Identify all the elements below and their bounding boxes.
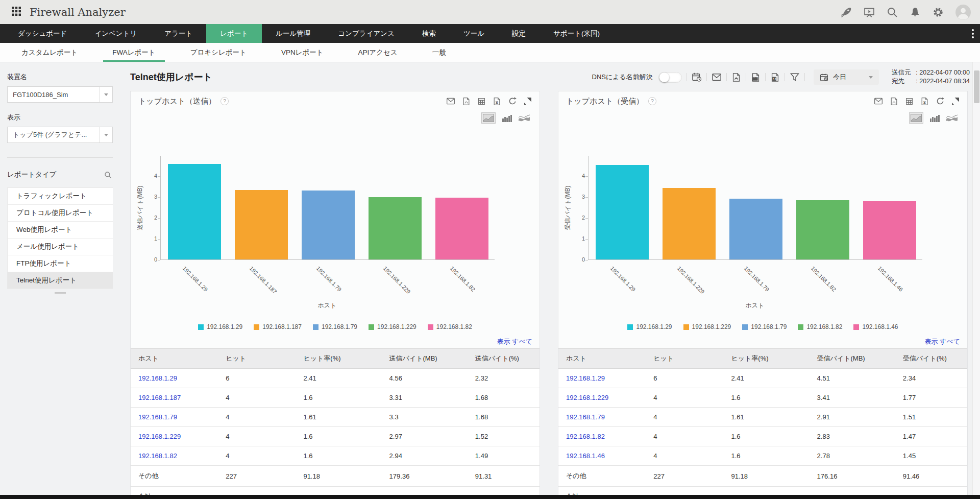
chart-legend: 192.168.1.29192.168.1.229192.168.1.79192… [558,323,967,330]
report-type-item-4[interactable]: FTP使用レポート [7,255,113,272]
to-value: 2022-04-07 08:34 [919,78,970,85]
host-link[interactable]: 192.168.1.187 [131,388,220,408]
user-avatar[interactable] [955,5,971,20]
subnav-item-0[interactable]: カスタムレポート [4,43,95,62]
bar-192.168.1.29[interactable] [596,165,649,259]
show-all-link[interactable]: 表示 すべて [924,337,960,346]
period-select[interactable]: 今日 [814,69,879,85]
export-excel-icon[interactable]: x [770,73,780,82]
panel-email-icon[interactable] [446,97,455,106]
bar-chart-type-icon[interactable] [502,114,512,122]
bar-192.168.1.79[interactable] [302,191,355,259]
host-link[interactable]: 192.168.1.82 [131,446,220,466]
nav-item-0[interactable]: ダッシュボード [4,24,81,43]
panel-pdf-icon[interactable] [462,97,471,106]
report-type-search-icon[interactable] [104,171,112,179]
panel-email-icon[interactable] [874,97,883,106]
nav-item-6[interactable]: 検索 [408,24,450,43]
help-icon[interactable]: ? [648,97,656,105]
host-link[interactable]: 192.168.1.82 [558,427,648,446]
presentation-icon[interactable] [864,7,875,18]
legend-item-192.168.1.79[interactable]: 192.168.1.79 [313,323,357,330]
apps-grid-icon[interactable] [11,6,21,18]
bar-192.168.1.82[interactable] [435,198,488,259]
help-icon[interactable]: ? [220,97,229,105]
nav-item-2[interactable]: アラート [151,24,206,43]
area-chart-type-icon[interactable] [481,112,496,124]
stream-chart-type-icon[interactable] [518,114,530,122]
host-link[interactable]: 192.168.1.229 [558,388,648,408]
bar-192.168.1.29[interactable] [168,164,221,259]
area-chart-type-icon[interactable] [909,112,923,124]
panel-csv-icon[interactable] [477,97,486,106]
nav-items: ダッシュボードインベントリアラートレポートルール管理コンプライアンス検索ツール設… [4,24,614,43]
report-type-item-0[interactable]: トラフィックレポート [7,188,113,205]
panel-excel-icon[interactable]: x [920,97,929,106]
host-link[interactable]: 192.168.1.46 [558,446,648,466]
subnav-item-5[interactable]: 一般 [415,43,463,62]
panel-refresh-icon[interactable] [508,97,517,106]
nav-item-9[interactable]: サポート(米国) [540,24,614,43]
panel-pdf-icon[interactable] [890,97,898,106]
bar-192.168.1.229[interactable] [369,197,422,259]
host-link[interactable]: 192.168.1.79 [131,408,220,427]
report-type-item-5[interactable]: Telnet使用レポート [7,272,113,289]
legend-item-192.168.1.229[interactable]: 192.168.1.229 [369,323,416,330]
legend-item-192.168.1.187[interactable]: 192.168.1.187 [254,323,302,330]
display-select[interactable]: トップ5件 (グラフとテ... [7,127,113,143]
legend-item-192.168.1.79[interactable]: 192.168.1.79 [742,323,787,330]
legend-item-192.168.1.82[interactable]: 192.168.1.82 [428,323,472,330]
subnav-item-3[interactable]: VPNレポート [264,43,341,62]
panel-expand-icon[interactable] [951,97,960,105]
stream-chart-type-icon[interactable] [946,114,958,122]
bar-192.168.1.229[interactable] [663,188,716,259]
panel-expand-icon[interactable] [524,97,532,105]
nav-item-5[interactable]: コンプライアンス [324,24,408,43]
show-all-link[interactable]: 表示 すべて [497,337,532,346]
bar-192.168.1.187[interactable] [235,190,288,259]
nav-overflow-kebab-icon[interactable] [966,24,980,43]
filter-icon[interactable] [790,72,800,82]
search-icon[interactable] [887,7,898,18]
subnav-item-4[interactable]: APIアクセス [341,43,415,62]
dns-resolve-toggle[interactable] [658,72,682,83]
nav-item-1[interactable]: インベントリ [81,24,151,43]
schedule-calendar-icon[interactable] [692,72,702,82]
scrollbar-thumb[interactable] [974,70,979,103]
horizontal-scrollbar[interactable] [0,495,980,499]
vertical-scrollbar[interactable] [972,62,980,495]
bar-192.168.1.82[interactable] [796,200,849,259]
settings-gear-icon[interactable] [933,7,944,18]
host-link[interactable]: 192.168.1.79 [558,408,648,427]
host-link[interactable]: 192.168.1.29 [131,369,220,388]
panel-csv-icon[interactable] [905,97,914,106]
report-type-item-3[interactable]: メール使用レポート [7,239,113,255]
report-type-item-2[interactable]: Web使用レポート [7,222,113,239]
subnav-item-2[interactable]: プロキシレポート [173,43,264,62]
legend-item-192.168.1.82[interactable]: 192.168.1.82 [798,323,842,330]
device-select[interactable]: FGT100D186_Sim [7,86,113,103]
bar-chart-type-icon[interactable] [929,114,940,122]
legend-item-192.168.1.29[interactable]: 192.168.1.29 [198,323,242,330]
panel-refresh-icon[interactable] [936,97,945,106]
nav-item-7[interactable]: ツール [450,24,498,43]
export-csv-icon[interactable]: CSV [751,73,761,82]
subnav-item-1[interactable]: FWAレポート [95,43,173,62]
host-link[interactable]: 192.168.1.29 [558,369,648,388]
report-type-item-1[interactable]: プロトコル使用レポート [7,205,113,222]
y-tick-label: 1 [143,235,157,242]
nav-item-8[interactable]: 設定 [498,24,540,43]
notifications-bell-icon[interactable] [910,7,921,18]
legend-item-192.168.1.46[interactable]: 192.168.1.46 [853,323,898,330]
email-icon[interactable] [712,72,722,82]
host-link[interactable]: 192.168.1.229 [131,427,220,446]
getting-started-rocket-icon[interactable] [841,7,852,18]
bar-192.168.1.46[interactable] [863,201,916,259]
nav-item-4[interactable]: ルール管理 [262,24,324,43]
legend-item-192.168.1.229[interactable]: 192.168.1.229 [683,323,731,330]
legend-item-192.168.1.29[interactable]: 192.168.1.29 [627,323,672,330]
export-pdf-icon[interactable] [731,73,741,82]
nav-item-3[interactable]: レポート [206,24,262,43]
panel-excel-icon[interactable]: x [493,97,501,106]
bar-192.168.1.79[interactable] [729,199,782,259]
